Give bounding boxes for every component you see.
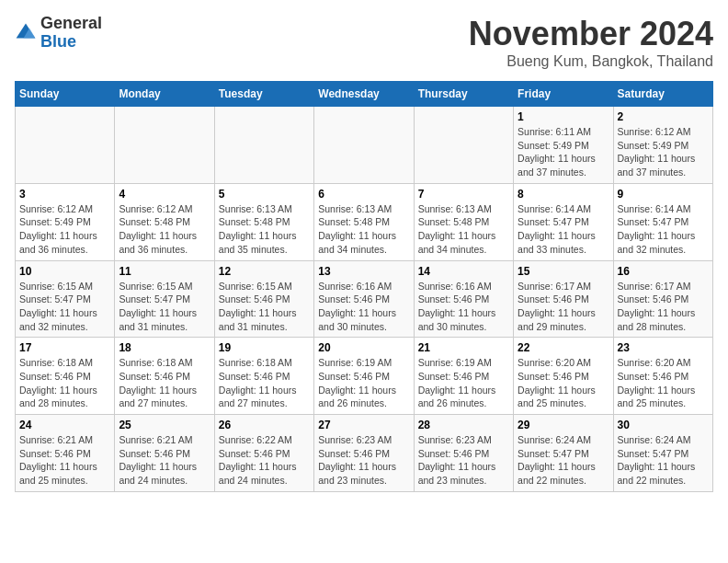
day-number: 19	[219, 341, 310, 354]
day-info: Sunrise: 6:14 AM Sunset: 5:47 PM Dayligh…	[518, 202, 609, 257]
calendar-cell: 21Sunrise: 6:19 AM Sunset: 5:46 PM Dayli…	[414, 338, 513, 415]
day-info: Sunrise: 6:15 AM Sunset: 5:47 PM Dayligh…	[19, 280, 110, 334]
day-number: 24	[19, 419, 110, 431]
day-number: 10	[19, 265, 110, 278]
calendar-cell	[314, 107, 414, 184]
calendar-week-5: 24Sunrise: 6:21 AM Sunset: 5:46 PM Dayli…	[16, 415, 713, 492]
header: General Blue November 2024 Bueng Kum, Ba…	[15, 15, 713, 70]
calendar-cell: 17Sunrise: 6:18 AM Sunset: 5:46 PM Dayli…	[16, 338, 115, 415]
calendar-cell	[414, 107, 513, 184]
weekday-header-tuesday: Tuesday	[214, 82, 313, 107]
day-info: Sunrise: 6:18 AM Sunset: 5:46 PM Dayligh…	[19, 356, 110, 410]
day-info: Sunrise: 6:13 AM Sunset: 5:48 PM Dayligh…	[418, 202, 509, 257]
day-number: 27	[318, 419, 409, 431]
logo-general: General	[40, 14, 102, 32]
day-info: Sunrise: 6:24 AM Sunset: 5:47 PM Dayligh…	[618, 433, 709, 488]
day-number: 3	[19, 188, 110, 201]
day-info: Sunrise: 6:18 AM Sunset: 5:46 PM Dayligh…	[119, 356, 210, 410]
day-number: 12	[219, 265, 310, 278]
calendar-cell	[115, 107, 214, 184]
day-number: 17	[19, 341, 110, 354]
weekday-header-friday: Friday	[514, 82, 613, 107]
calendar-cell: 14Sunrise: 6:16 AM Sunset: 5:46 PM Dayli…	[414, 260, 513, 338]
day-number: 4	[119, 188, 210, 201]
day-info: Sunrise: 6:17 AM Sunset: 5:46 PM Dayligh…	[518, 280, 609, 334]
weekday-header-wednesday: Wednesday	[314, 82, 414, 107]
day-info: Sunrise: 6:13 AM Sunset: 5:48 PM Dayligh…	[219, 202, 310, 257]
day-info: Sunrise: 6:12 AM Sunset: 5:49 PM Dayligh…	[618, 125, 709, 179]
calendar-cell: 9Sunrise: 6:14 AM Sunset: 5:47 PM Daylig…	[613, 183, 712, 260]
day-info: Sunrise: 6:16 AM Sunset: 5:46 PM Dayligh…	[318, 280, 409, 334]
calendar-cell: 25Sunrise: 6:21 AM Sunset: 5:46 PM Dayli…	[115, 415, 214, 492]
logo-icon	[15, 22, 37, 44]
calendar-cell: 2Sunrise: 6:12 AM Sunset: 5:49 PM Daylig…	[613, 107, 712, 184]
day-number: 5	[219, 188, 310, 201]
calendar-cell: 15Sunrise: 6:17 AM Sunset: 5:46 PM Dayli…	[514, 260, 613, 338]
calendar-cell: 30Sunrise: 6:24 AM Sunset: 5:47 PM Dayli…	[613, 415, 712, 492]
day-number: 9	[618, 188, 709, 201]
calendar-week-1: 1Sunrise: 6:11 AM Sunset: 5:49 PM Daylig…	[16, 107, 713, 184]
day-info: Sunrise: 6:21 AM Sunset: 5:46 PM Dayligh…	[119, 433, 210, 488]
calendar-cell: 26Sunrise: 6:22 AM Sunset: 5:46 PM Dayli…	[214, 415, 313, 492]
calendar-cell: 12Sunrise: 6:15 AM Sunset: 5:46 PM Dayli…	[214, 260, 313, 338]
day-number: 6	[318, 188, 409, 201]
day-number: 16	[618, 265, 709, 278]
calendar-cell: 18Sunrise: 6:18 AM Sunset: 5:46 PM Dayli…	[115, 338, 214, 415]
day-number: 29	[518, 419, 609, 431]
day-info: Sunrise: 6:22 AM Sunset: 5:46 PM Dayligh…	[219, 433, 310, 488]
weekday-header-monday: Monday	[115, 82, 214, 107]
day-number: 14	[418, 265, 509, 278]
calendar-cell: 20Sunrise: 6:19 AM Sunset: 5:46 PM Dayli…	[314, 338, 414, 415]
day-info: Sunrise: 6:20 AM Sunset: 5:46 PM Dayligh…	[618, 356, 709, 410]
calendar: SundayMondayTuesdayWednesdayThursdayFrid…	[15, 81, 713, 492]
weekday-header-row: SundayMondayTuesdayWednesdayThursdayFrid…	[16, 82, 713, 107]
day-info: Sunrise: 6:11 AM Sunset: 5:49 PM Dayligh…	[518, 125, 609, 179]
calendar-cell: 4Sunrise: 6:12 AM Sunset: 5:48 PM Daylig…	[115, 183, 214, 260]
calendar-cell: 10Sunrise: 6:15 AM Sunset: 5:47 PM Dayli…	[16, 260, 115, 338]
calendar-cell: 1Sunrise: 6:11 AM Sunset: 5:49 PM Daylig…	[514, 107, 613, 184]
calendar-cell: 5Sunrise: 6:13 AM Sunset: 5:48 PM Daylig…	[214, 183, 313, 260]
weekday-header-saturday: Saturday	[613, 82, 712, 107]
day-number: 30	[618, 419, 709, 431]
calendar-week-4: 17Sunrise: 6:18 AM Sunset: 5:46 PM Dayli…	[16, 338, 713, 415]
calendar-cell	[214, 107, 313, 184]
day-info: Sunrise: 6:20 AM Sunset: 5:46 PM Dayligh…	[518, 356, 609, 410]
calendar-cell: 11Sunrise: 6:15 AM Sunset: 5:47 PM Dayli…	[115, 260, 214, 338]
weekday-header-thursday: Thursday	[414, 82, 513, 107]
day-number: 8	[518, 188, 609, 201]
calendar-cell: 13Sunrise: 6:16 AM Sunset: 5:46 PM Dayli…	[314, 260, 414, 338]
calendar-cell: 29Sunrise: 6:24 AM Sunset: 5:47 PM Dayli…	[514, 415, 613, 492]
day-number: 26	[219, 419, 310, 431]
day-number: 21	[418, 341, 509, 354]
day-number: 22	[518, 341, 609, 354]
calendar-cell: 8Sunrise: 6:14 AM Sunset: 5:47 PM Daylig…	[514, 183, 613, 260]
day-number: 28	[418, 419, 509, 431]
calendar-cell: 6Sunrise: 6:13 AM Sunset: 5:48 PM Daylig…	[314, 183, 414, 260]
calendar-cell: 23Sunrise: 6:20 AM Sunset: 5:46 PM Dayli…	[613, 338, 712, 415]
weekday-header-sunday: Sunday	[16, 82, 115, 107]
day-info: Sunrise: 6:17 AM Sunset: 5:46 PM Dayligh…	[618, 280, 709, 334]
month-title: November 2024	[469, 15, 713, 53]
logo-blue: Blue	[40, 32, 76, 51]
day-number: 23	[618, 341, 709, 354]
logo-text: General Blue	[40, 15, 102, 52]
day-info: Sunrise: 6:15 AM Sunset: 5:46 PM Dayligh…	[219, 280, 310, 334]
calendar-cell: 28Sunrise: 6:23 AM Sunset: 5:46 PM Dayli…	[414, 415, 513, 492]
day-info: Sunrise: 6:21 AM Sunset: 5:46 PM Dayligh…	[19, 433, 110, 488]
calendar-cell: 16Sunrise: 6:17 AM Sunset: 5:46 PM Dayli…	[613, 260, 712, 338]
day-info: Sunrise: 6:19 AM Sunset: 5:46 PM Dayligh…	[318, 356, 409, 410]
day-info: Sunrise: 6:19 AM Sunset: 5:46 PM Dayligh…	[418, 356, 509, 410]
calendar-cell: 3Sunrise: 6:12 AM Sunset: 5:49 PM Daylig…	[16, 183, 115, 260]
day-number: 25	[119, 419, 210, 431]
day-number: 13	[318, 265, 409, 278]
day-number: 2	[618, 110, 709, 123]
day-number: 15	[518, 265, 609, 278]
logo: General Blue	[15, 15, 102, 52]
day-info: Sunrise: 6:13 AM Sunset: 5:48 PM Dayligh…	[318, 202, 409, 257]
day-info: Sunrise: 6:15 AM Sunset: 5:47 PM Dayligh…	[119, 280, 210, 334]
day-info: Sunrise: 6:12 AM Sunset: 5:49 PM Dayligh…	[19, 202, 110, 257]
day-info: Sunrise: 6:18 AM Sunset: 5:46 PM Dayligh…	[219, 356, 310, 410]
day-info: Sunrise: 6:23 AM Sunset: 5:46 PM Dayligh…	[318, 433, 409, 488]
day-info: Sunrise: 6:23 AM Sunset: 5:46 PM Dayligh…	[418, 433, 509, 488]
title-area: November 2024 Bueng Kum, Bangkok, Thaila…	[469, 15, 713, 70]
